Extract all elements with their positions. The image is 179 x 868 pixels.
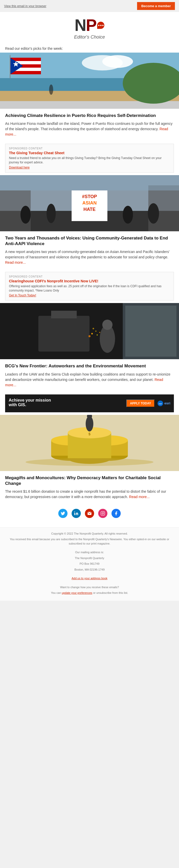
- aapi-image: #STOP ASIAN HATE: [0, 175, 179, 231]
- article-aapi: Two Years and Thousands of Voices: Using…: [0, 231, 179, 269]
- want-to-change-text: Want to change how you receive these ema…: [5, 585, 174, 589]
- svg-point-24: [47, 204, 56, 223]
- sponsored-text-2: Offering waived application fees as well…: [9, 284, 170, 293]
- svg-point-59: [26, 458, 153, 466]
- megagifts-image: $ $ $: [0, 415, 179, 471]
- logo-bubble: [97, 22, 104, 29]
- org-name: The Nonprofit Quarterly: [5, 556, 174, 560]
- article-puerto-rico-title: Achieving Climate Resilience in Puerto R…: [5, 113, 174, 119]
- svg-rect-27: [0, 175, 179, 190]
- autoworkers-image: [0, 303, 179, 359]
- svg-point-39: [102, 320, 112, 330]
- twitter-icon[interactable]: [58, 509, 68, 518]
- social-section: [0, 504, 179, 527]
- svg-point-37: [99, 332, 100, 333]
- svg-point-64: [104, 512, 104, 513]
- svg-point-14: [49, 85, 53, 95]
- svg-point-34: [88, 335, 91, 337]
- po-box: PO Box 961749: [5, 562, 174, 566]
- svg-point-36: [93, 328, 94, 329]
- sponsored-label-2: SPONSORED CONTENT: [9, 275, 170, 278]
- sponsored-link-1[interactable]: Download here: [9, 166, 170, 169]
- editor-choice-title: Editor's Choice: [10, 34, 169, 40]
- esri-logo-icon: esri: [157, 400, 163, 406]
- esri-brand-text: esri: [164, 401, 170, 405]
- footer: Copyright © 2022 The Nonprofit Quarterly…: [0, 527, 179, 601]
- svg-rect-8: [10, 71, 41, 74]
- update-preferences-link[interactable]: update your preferences: [62, 591, 92, 594]
- become-member-button[interactable]: Become a member: [137, 2, 175, 10]
- svg-text:$: $: [88, 432, 91, 436]
- city-text: Boston, MA 02196-1749: [5, 567, 174, 572]
- svg-text:HATE: HATE: [83, 207, 96, 212]
- svg-rect-6: [10, 58, 41, 61]
- facebook-icon[interactable]: [111, 509, 121, 518]
- logo: N P: [10, 17, 169, 33]
- puerto-rico-image: [0, 53, 179, 109]
- sponsored-link-2[interactable]: Get In Touch Today!: [9, 293, 170, 297]
- article-megagifts-read-more[interactable]: Read more...: [129, 495, 150, 499]
- sponsored-label-1: SPONSORED CONTENT: [9, 147, 170, 150]
- svg-text:ASIAN: ASIAN: [82, 200, 97, 206]
- svg-point-2: [102, 55, 133, 68]
- banner-ad-text: Achieve your mission with GIS.: [9, 398, 51, 409]
- linkedin-icon[interactable]: [72, 509, 81, 518]
- sponsored-text-1: Need a trusted friend to advise you on a…: [9, 156, 170, 165]
- svg-text:esri: esri: [159, 403, 162, 405]
- article-autoworkers: BCG's New Frontier: Autoworkers and the …: [0, 359, 179, 392]
- add-to-address-book-link[interactable]: Add us to your address book: [72, 577, 107, 580]
- svg-rect-30: [39, 316, 90, 351]
- instagram-icon[interactable]: [98, 509, 107, 518]
- article-aapi-title: Two Years and Thousands of Voices: Using…: [5, 236, 174, 247]
- sponsored-title-2[interactable]: Clearinghouse CDFI's Nonprofit Incentive…: [9, 279, 170, 283]
- svg-rect-62: [101, 512, 105, 515]
- svg-point-25: [123, 206, 133, 224]
- article-aapi-read-more[interactable]: Read more...: [5, 260, 26, 265]
- unsubscribe-suffix: or unsubscribe from this list.: [93, 591, 128, 594]
- preferences-prefix: You can: [51, 591, 61, 594]
- article-autoworkers-title: BCG's New Frontier: Autoworkers and the …: [5, 363, 174, 369]
- disclaimer-text: You received this email because you are …: [5, 537, 174, 546]
- esri-banner-ad[interactable]: Achieve your mission with GIS. APPLY TOD…: [5, 395, 174, 412]
- svg-point-26: [148, 203, 159, 224]
- banner-apply-button[interactable]: APPLY TODAY: [126, 400, 155, 407]
- view-in-browser-link[interactable]: View this email in your browser: [4, 4, 46, 8]
- article-megagifts-title: Megagifts and Monocultures: Why Democrac…: [5, 475, 174, 486]
- svg-rect-41: [125, 306, 176, 356]
- svg-point-35: [97, 335, 98, 336]
- svg-text:#STOP: #STOP: [82, 194, 97, 199]
- logo-p: P: [86, 17, 96, 33]
- svg-rect-31: [51, 311, 77, 318]
- svg-point-32: [91, 333, 93, 335]
- sponsored-box-2: SPONSORED CONTENT Clearinghouse CDFI's N…: [5, 272, 174, 301]
- newsletter-icon[interactable]: [85, 509, 94, 518]
- sponsored-box-1: SPONSORED CONTENT The Giving Tuesday Che…: [5, 144, 174, 173]
- svg-rect-13: [10, 55, 10, 78]
- article-megagifts: Megagifts and Monocultures: Why Democrac…: [0, 471, 179, 504]
- article-aapi-body: A new report analyzes two years of commu…: [5, 249, 174, 265]
- sponsored-title-1[interactable]: The Giving Tuesday Cheat Sheet: [9, 151, 170, 155]
- article-megagifts-body: The recent $1.6 billion donation to crea…: [5, 489, 174, 500]
- intro-text: Read our editor's picks for the week:: [0, 42, 179, 53]
- article-puerto-rico: Achieving Climate Resilience in Puerto R…: [0, 109, 179, 141]
- svg-point-33: [95, 331, 96, 332]
- copyright-text: Copyright © 2022 The Nonprofit Quarterly…: [5, 531, 174, 536]
- article-puerto-rico-body: As Hurricane Fiona made landfall on the …: [5, 121, 174, 137]
- logo-n: N: [75, 17, 86, 33]
- mailing-label: Our mailing address is:: [5, 550, 174, 555]
- svg-point-60: [74, 512, 75, 512]
- svg-point-63: [102, 513, 104, 514]
- article-autoworkers-body: Leaders of the UAW and the Sierra Club e…: [5, 372, 174, 388]
- svg-point-23: [21, 206, 31, 224]
